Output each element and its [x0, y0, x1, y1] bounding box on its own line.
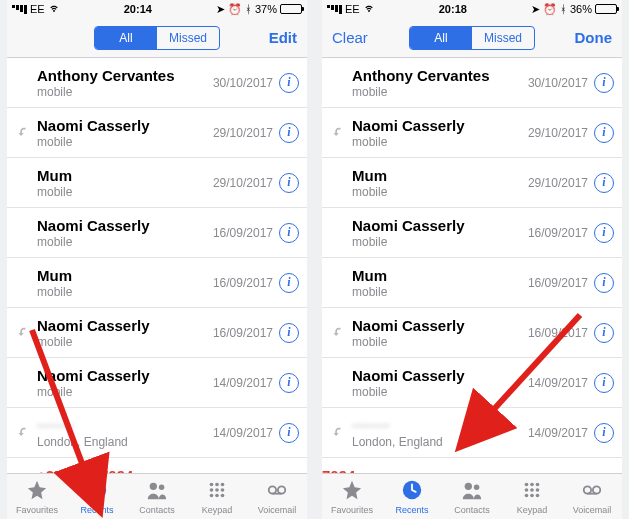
info-icon[interactable]: i	[279, 123, 299, 143]
info-icon[interactable]: i	[279, 473, 299, 474]
caller-subtitle: mobile	[352, 235, 528, 249]
outgoing-call-icon	[330, 326, 344, 340]
caller-subtitle: mobile	[352, 385, 528, 399]
tab-recents[interactable]: Recents	[67, 474, 127, 519]
segmented-control[interactable]: All Missed	[94, 26, 220, 50]
battery-icon	[280, 4, 302, 14]
tab-keypad[interactable]: Keypad	[187, 474, 247, 519]
navbar: Clear All Missed Done	[322, 18, 622, 58]
info-icon[interactable]: i	[279, 273, 299, 293]
info-icon[interactable]: i	[279, 373, 299, 393]
battery-pct: 36%	[570, 3, 592, 15]
recents-icon	[401, 479, 423, 503]
caller-name: +252 5047094	[37, 467, 213, 474]
info-icon[interactable]: i	[594, 123, 614, 143]
caller-name: Mum	[37, 267, 213, 285]
nav-right-button[interactable]: Done	[562, 29, 612, 46]
info-icon[interactable]: i	[594, 223, 614, 243]
caller-subtitle: mobile	[37, 135, 213, 149]
call-date: 29/10/2017	[528, 176, 588, 190]
call-row[interactable]: Naomi Casserlymobile16/09/2017i	[7, 308, 307, 358]
info-icon[interactable]: i	[594, 173, 614, 193]
caller-subtitle: mobile	[37, 185, 213, 199]
tab-label: Favourites	[331, 505, 373, 515]
call-row[interactable]: Naomi Casserlymobile16/09/2017i	[322, 208, 622, 258]
battery-icon	[595, 4, 617, 14]
segmented-control[interactable]: All Missed	[409, 26, 535, 50]
call-row[interactable]: Naomi Casserlymobile16/09/2017i	[7, 208, 307, 258]
call-row[interactable]: Anthony Cervantesmobile30/10/2017i	[7, 58, 307, 108]
info-icon[interactable]: i	[279, 423, 299, 443]
caller-name: 5047094	[322, 467, 528, 474]
tab-favourites[interactable]: Favourites	[322, 474, 382, 519]
call-row[interactable]: ·········London, England14/09/2017i	[7, 408, 307, 458]
svg-point-11	[221, 493, 225, 497]
caller-name: Anthony Cervantes	[352, 67, 528, 85]
info-icon[interactable]: i	[279, 173, 299, 193]
tab-recents[interactable]: Recents	[382, 474, 442, 519]
caller-name: Naomi Casserly	[352, 117, 528, 135]
tab-keypad[interactable]: Keypad	[502, 474, 562, 519]
tab-label: Contacts	[139, 505, 175, 515]
svg-point-21	[525, 488, 529, 492]
nav-right-button[interactable]: Edit	[247, 29, 297, 46]
info-icon[interactable]: i	[279, 223, 299, 243]
call-row[interactable]: Naomi Casserlymobile14/09/2017i	[322, 358, 622, 408]
tab-label: Voicemail	[258, 505, 297, 515]
outgoing-call-icon	[330, 126, 344, 140]
recents-icon	[86, 479, 108, 503]
outgoing-call-icon	[330, 426, 344, 440]
svg-point-27	[584, 486, 591, 493]
svg-point-16	[465, 482, 472, 489]
call-row[interactable]: Mummobile29/10/2017i	[7, 158, 307, 208]
info-icon[interactable]: i	[594, 273, 614, 293]
contacts-icon	[146, 479, 168, 503]
call-row[interactable]: Naomi Casserlymobile16/09/2017i	[322, 308, 622, 358]
caller-subtitle: mobile	[352, 335, 528, 349]
call-row[interactable]: Mummobile16/09/2017i	[322, 258, 622, 308]
location-icon: ➤	[216, 3, 225, 16]
segment-missed[interactable]: Missed	[472, 27, 534, 49]
nav-left-button[interactable]: Clear	[332, 29, 382, 46]
caller-subtitle: mobile	[352, 185, 528, 199]
call-list[interactable]: Anthony Cervantesmobile30/10/2017iNaomi …	[322, 58, 622, 473]
info-icon[interactable]: i	[594, 473, 614, 474]
svg-point-20	[536, 482, 540, 486]
call-row[interactable]: Anthony Cervantesmobile30/10/2017i	[322, 58, 622, 108]
info-icon[interactable]: i	[279, 73, 299, 93]
call-row[interactable]: +252 5047094Somalia13/09/2017i	[7, 458, 307, 473]
call-row[interactable]: Mummobile29/10/2017i	[322, 158, 622, 208]
info-icon[interactable]: i	[594, 373, 614, 393]
segment-all[interactable]: All	[95, 27, 157, 49]
info-icon[interactable]: i	[594, 73, 614, 93]
segment-all[interactable]: All	[410, 27, 472, 49]
phone-right: EE 20:18 ➤ ⏰ ᚼ 36% Clear All Missed Done…	[322, 0, 622, 519]
call-row[interactable]: Naomi Casserlymobile29/10/2017i	[7, 108, 307, 158]
svg-point-22	[530, 488, 534, 492]
tab-label: Keypad	[517, 505, 548, 515]
wifi-icon	[48, 4, 60, 14]
call-row[interactable]: Mummobile16/09/2017i	[7, 258, 307, 308]
segment-missed[interactable]: Missed	[157, 27, 219, 49]
battery-pct: 37%	[255, 3, 277, 15]
call-row[interactable]: Naomi Casserlymobile14/09/2017i	[7, 358, 307, 408]
caller-name: Naomi Casserly	[352, 317, 528, 335]
call-row[interactable]: Naomi Casserlymobile29/10/2017i	[322, 108, 622, 158]
info-icon[interactable]: i	[279, 323, 299, 343]
call-row[interactable]: 5047094lia13/09/2017iDelete	[322, 458, 622, 473]
tab-contacts[interactable]: Contacts	[127, 474, 187, 519]
info-icon[interactable]: i	[594, 323, 614, 343]
info-icon[interactable]: i	[594, 423, 614, 443]
tab-voicemail[interactable]: Voicemail	[247, 474, 307, 519]
tab-voicemail[interactable]: Voicemail	[562, 474, 622, 519]
tab-favourites[interactable]: Favourites	[7, 474, 67, 519]
caller-name: Naomi Casserly	[352, 217, 528, 235]
caller-name: ·········	[37, 417, 213, 435]
call-row[interactable]: ·········London, England14/09/2017i	[322, 408, 622, 458]
signal-icon	[327, 5, 342, 14]
svg-point-23	[536, 488, 540, 492]
tab-label: Favourites	[16, 505, 58, 515]
call-list[interactable]: Anthony Cervantesmobile30/10/2017iNaomi …	[7, 58, 307, 473]
call-date: 30/10/2017	[528, 76, 588, 90]
tab-contacts[interactable]: Contacts	[442, 474, 502, 519]
